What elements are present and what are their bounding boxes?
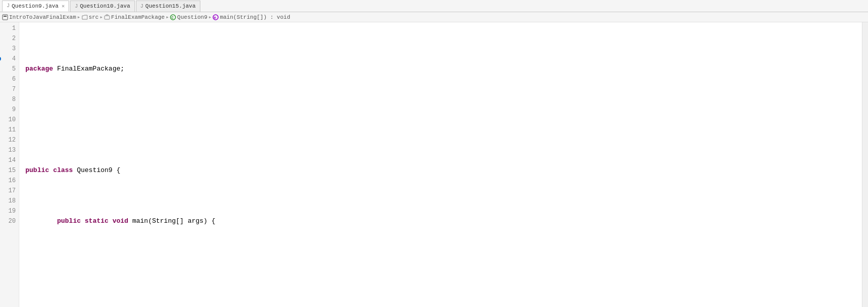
code-line-2 bbox=[25, 115, 862, 125]
line-num-16: 16 bbox=[0, 176, 16, 186]
code-line-3: public class Question9 { bbox=[25, 165, 862, 176]
breakpoint-4 bbox=[0, 57, 1, 61]
line-num-15: 15 bbox=[0, 165, 16, 176]
tab-label: Question9.java bbox=[12, 3, 58, 9]
breadcrumb: IntroToJavaFinalExam ▸ src ▸ FinalExamPa… bbox=[0, 12, 868, 22]
tab-bar: J Question9.java ✕ J Question10.java J Q… bbox=[0, 0, 868, 12]
svg-text:C: C bbox=[171, 16, 173, 20]
tab-question9[interactable]: J Question9.java ✕ bbox=[2, 1, 69, 12]
line-number-gutter: 1 2 3 4 5 6 7 8 9 10 11 12 13 14 15 16 1… bbox=[0, 22, 19, 307]
line-num-6: 6 bbox=[0, 74, 16, 84]
breadcrumb-sep2: ▸ bbox=[99, 14, 103, 20]
line-num-10: 10 bbox=[0, 115, 16, 125]
line-num-18: 18 bbox=[0, 196, 16, 206]
line-num-2: 2 bbox=[0, 33, 16, 44]
line-num-19: 19 bbox=[0, 206, 16, 216]
line-num-5: 5 bbox=[0, 64, 16, 74]
keyword-static: static bbox=[85, 216, 109, 226]
breadcrumb-sep3: ▸ bbox=[166, 14, 169, 20]
svg-rect-1 bbox=[4, 16, 7, 17]
java-file-icon: J bbox=[75, 4, 78, 9]
line-num-20: 20 bbox=[0, 216, 16, 226]
breadcrumb-project[interactable]: IntroToJavaFinalExam bbox=[9, 14, 76, 20]
breadcrumb-package[interactable]: FinalExamPackage bbox=[111, 14, 165, 20]
line-num-9: 9 bbox=[0, 105, 16, 115]
tab-label: Question15.java bbox=[146, 3, 196, 9]
java-file-icon: J bbox=[141, 4, 144, 9]
line-num-4: 4 bbox=[0, 54, 16, 64]
line-num-1: 1 bbox=[0, 23, 16, 33]
svg-rect-0 bbox=[3, 15, 8, 20]
code-editor[interactable]: package FinalExamPackage; public class Q… bbox=[19, 22, 862, 307]
breadcrumb-class[interactable]: Question9 bbox=[177, 14, 207, 20]
svg-rect-2 bbox=[105, 16, 110, 19]
tab-question10[interactable]: J Question10.java bbox=[70, 1, 134, 12]
line-num-17: 17 bbox=[0, 186, 16, 196]
breadcrumb-src[interactable]: src bbox=[89, 14, 99, 20]
svg-text:m: m bbox=[214, 16, 216, 20]
breadcrumb-sep4: ▸ bbox=[209, 14, 212, 20]
tab-close-icon[interactable]: ✕ bbox=[61, 3, 64, 9]
keyword-void: void bbox=[113, 216, 128, 226]
breadcrumb-sep: ▸ bbox=[77, 14, 81, 20]
code-line-5 bbox=[25, 267, 862, 277]
line-num-3: 3 bbox=[0, 44, 16, 54]
line-num-11: 11 bbox=[0, 125, 16, 135]
tab-question15[interactable]: J Question15.java bbox=[136, 1, 200, 12]
line-num-13: 13 bbox=[0, 145, 16, 155]
line-num-12: 12 bbox=[0, 135, 16, 145]
keyword-public: public bbox=[25, 165, 49, 176]
keyword-public2: public bbox=[57, 216, 81, 226]
java-file-icon: J bbox=[7, 3, 10, 9]
code-line-1: package FinalExamPackage; bbox=[25, 64, 862, 74]
keyword-package: package bbox=[25, 64, 53, 74]
package-icon bbox=[104, 14, 110, 20]
keyword-class: class bbox=[53, 165, 73, 176]
method-icon: m bbox=[213, 14, 219, 20]
project-icon bbox=[2, 14, 8, 20]
line-num-14: 14 bbox=[0, 155, 16, 165]
class-icon: C bbox=[170, 14, 176, 20]
tab-label: Question10.java bbox=[80, 3, 130, 9]
vertical-scrollbar[interactable] bbox=[862, 22, 868, 307]
line-num-8: 8 bbox=[0, 94, 16, 105]
line-num-7: 7 bbox=[0, 84, 16, 94]
code-line-4: public static void main(String[] args) { bbox=[25, 216, 862, 226]
src-folder-icon bbox=[82, 14, 88, 20]
editor-area: 1 2 3 4 5 6 7 8 9 10 11 12 13 14 15 16 1… bbox=[0, 22, 868, 307]
breadcrumb-method[interactable]: main(String[]) : void bbox=[220, 14, 290, 20]
